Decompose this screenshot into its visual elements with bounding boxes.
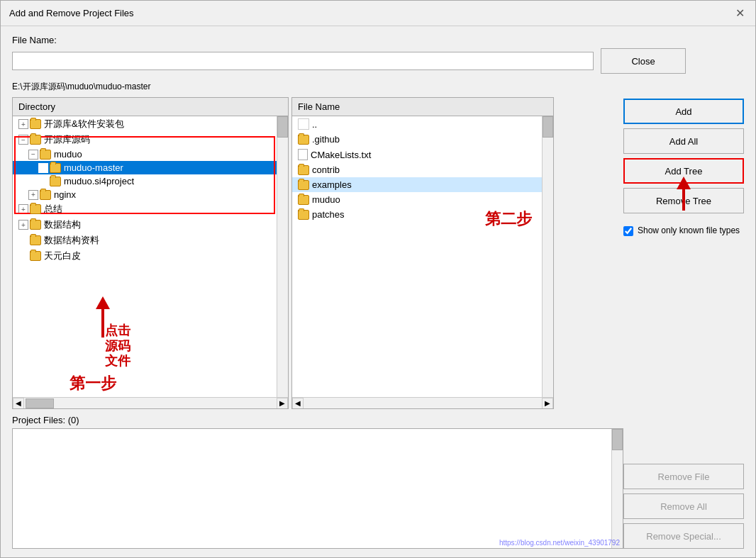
file-item-dotdot[interactable]: ..: [292, 116, 553, 132]
main-row: Directory + 开源库&软件安装包 −: [12, 97, 744, 549]
h-arrow-right[interactable]: ▶: [277, 398, 288, 409]
h-arrow-left-file[interactable]: ◀: [292, 398, 304, 409]
expand-icon[interactable]: +: [38, 163, 48, 173]
panels-area: Directory + 开源库&软件安装包 −: [12, 97, 623, 409]
file-panel-content[interactable]: .. .github CMakeLists.txt: [292, 116, 553, 397]
h-scrollbar-dir[interactable]: ◀ ▶: [13, 397, 288, 408]
tree-item-nginx[interactable]: + nginx: [13, 188, 288, 201]
h-track[interactable]: [24, 398, 277, 408]
file-item-contrib[interactable]: contrib: [292, 162, 553, 177]
tree-label: 总结: [44, 203, 62, 216]
dialog: Add and Remove Project Files ✕ File Name…: [0, 0, 756, 558]
show-known-types-checkbox[interactable]: [623, 226, 633, 236]
close-icon[interactable]: ✕: [733, 6, 747, 21]
watermark: https://blog.csdn.net/weixin_43901792: [499, 539, 620, 547]
folder-icon: [30, 135, 41, 145]
project-files-section: Project Files: (0) https://blog.csdn.net…: [12, 415, 623, 549]
file-label: examples: [312, 179, 352, 190]
file-label: patches: [312, 209, 345, 220]
file-item-patches[interactable]: patches: [292, 207, 553, 222]
expand-icon[interactable]: +: [18, 119, 28, 129]
folder-icon: [298, 135, 309, 145]
h-track-file[interactable]: [304, 398, 542, 408]
add-button[interactable]: Add: [623, 99, 744, 124]
file-name-input[interactable]: [12, 52, 594, 70]
folder-icon: [298, 180, 309, 190]
tree-label: 开源库&软件安装包: [44, 118, 124, 130]
file-label: ..: [312, 119, 317, 130]
folder-icon: [30, 204, 41, 214]
directory-panel-content[interactable]: + 开源库&软件安装包 − 开源库源码 −: [13, 116, 288, 397]
tree-item-muduo[interactable]: − muduo: [13, 147, 288, 161]
file-label: CMakeLists.txt: [311, 150, 371, 160]
tree-item-开源库源码[interactable]: − 开源库源码: [13, 132, 288, 147]
path-label: E:\开源库源码\muduo\muduo-master: [12, 81, 744, 93]
file-item-examples[interactable]: examples: [292, 177, 553, 192]
scrollbar-thumb-proj[interactable]: [612, 429, 623, 450]
file-panel-header: File Name: [292, 98, 553, 116]
expand-icon[interactable]: −: [28, 150, 38, 160]
tree-label: 数据结构资料: [44, 234, 99, 247]
checkbox-row: Show only known file types: [623, 225, 744, 237]
folder-icon: [298, 210, 309, 220]
scrollbar-thumb-file[interactable]: [543, 116, 553, 138]
folder-icon: [298, 165, 309, 175]
vertical-scrollbar[interactable]: [277, 116, 288, 397]
add-all-button[interactable]: Add All: [623, 128, 744, 154]
directory-panel: Directory + 开源库&软件安装包 −: [12, 97, 289, 409]
expand-icon[interactable]: +: [18, 220, 28, 230]
folder-icon: [30, 119, 41, 129]
right-buttons: Add Add All Add Tree Remove Tree Show on…: [623, 97, 744, 549]
expand-icon[interactable]: +: [18, 204, 28, 214]
h-scrollbar-file[interactable]: ◀ ▶: [292, 397, 553, 408]
tree-label: muduo.si4project: [64, 176, 134, 186]
h-arrow-left[interactable]: ◀: [13, 398, 24, 409]
tree-item-muduo-master[interactable]: + muduo-master: [13, 161, 288, 174]
expand-icon[interactable]: −: [18, 135, 28, 145]
directory-panel-header: Directory: [13, 98, 288, 116]
file-panel: File Name .. .github: [291, 97, 554, 409]
file-item-github[interactable]: .github: [292, 132, 553, 147]
file-name-label: File Name:: [12, 35, 744, 45]
folder-icon: [50, 163, 61, 173]
tree-label: 开源库源码: [44, 133, 90, 146]
tree-label: muduo: [54, 149, 82, 160]
tree-label: 天元白皮: [44, 250, 81, 262]
tree-item-数据结构[interactable]: + 数据结构: [13, 217, 288, 233]
dialog-body: File Name: Close E:\开源库源码\muduo\muduo-ma…: [1, 26, 755, 557]
folder-icon: [30, 235, 41, 245]
file-item-cmakelists[interactable]: CMakeLists.txt: [292, 147, 553, 162]
file-name-row: File Name: Close: [12, 35, 744, 74]
expand-icon[interactable]: +: [28, 190, 38, 200]
remove-file-button[interactable]: Remove File: [623, 464, 744, 489]
tree-label: muduo-master: [64, 162, 123, 173]
file-label: contrib: [312, 164, 340, 175]
titlebar: Add and Remove Project Files ✕: [1, 1, 755, 26]
left-col: Directory + 开源库&软件安装包 −: [12, 97, 623, 549]
dialog-title: Add and Remove Project Files: [9, 8, 134, 18]
tree-item-天元白皮[interactable]: 天元白皮: [13, 248, 288, 264]
v-scrollbar-proj[interactable]: [611, 429, 623, 548]
folder-icon: [30, 220, 41, 230]
folder-icon: [40, 190, 51, 200]
file-icon: [298, 149, 308, 160]
remove-special-button[interactable]: Remove Special...: [623, 523, 744, 549]
vertical-scrollbar-file[interactable]: [542, 116, 553, 397]
tree-item-总结[interactable]: + 总结: [13, 201, 288, 217]
remove-tree-button[interactable]: Remove Tree: [623, 188, 744, 213]
file-item-muduo[interactable]: muduo: [292, 192, 553, 207]
h-thumb[interactable]: [26, 398, 54, 408]
file-label: .github: [312, 134, 340, 145]
tree-item-muduo-si4project[interactable]: muduo.si4project: [13, 174, 288, 188]
h-arrow-right-file[interactable]: ▶: [542, 398, 553, 409]
remove-all-button[interactable]: Remove All: [623, 493, 744, 519]
tree-label: nginx: [54, 189, 76, 200]
tree-item-数据结构资料[interactable]: 数据结构资料: [13, 233, 288, 248]
folder-icon: [40, 150, 51, 160]
scrollbar-thumb[interactable]: [277, 116, 288, 138]
close-button[interactable]: Close: [601, 48, 686, 74]
tree-item-開源庫[interactable]: + 开源库&软件安装包: [13, 116, 288, 132]
project-files-panel[interactable]: https://blog.csdn.net/weixin_43901792: [12, 428, 623, 549]
show-known-types-label: Show only known file types: [638, 225, 740, 237]
add-tree-button[interactable]: Add Tree: [623, 158, 744, 184]
